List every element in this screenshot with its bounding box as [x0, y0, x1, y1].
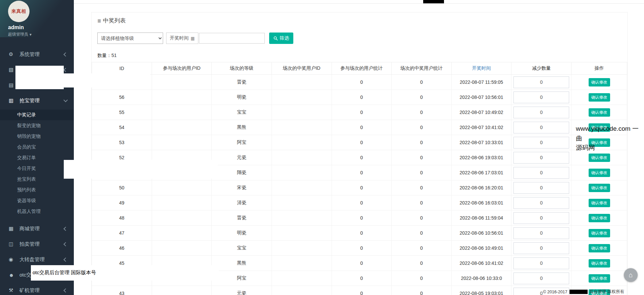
- header-draw-time-sort[interactable]: 开奖时间: [451, 62, 511, 75]
- watermark: www.yiqucode.com 一曲 源码网: [576, 124, 644, 153]
- confirm-modify-button[interactable]: 确认修改: [589, 169, 610, 177]
- user-role-dropdown[interactable]: 超级管理员 ▾: [8, 32, 74, 37]
- cell-draw-time: 2022-08-05 19:03:01: [451, 286, 511, 295]
- confirm-modify-button[interactable]: 确认修改: [589, 244, 610, 252]
- back-to-top-button[interactable]: ⌂: [624, 268, 638, 282]
- chevron-icon: [63, 288, 68, 293]
- sidebar-subitem[interactable]: 机器人管理: [0, 206, 74, 217]
- top-navbar-strip: [74, 0, 644, 4]
- decrease-input[interactable]: [513, 227, 569, 239]
- cell-win-stat: 0: [392, 150, 452, 165]
- cell-join-stat: 0: [332, 256, 392, 271]
- cell-draw-time: 2022-08-07 10:49:02: [451, 105, 511, 120]
- cell-join-stat: 0: [332, 241, 392, 256]
- sidebar-subitem-label: 会员的宝: [17, 144, 36, 150]
- cell-id: 46: [92, 241, 152, 256]
- panel-title: ≣ 中奖列表: [92, 12, 627, 24]
- cell-id: 48: [92, 211, 152, 226]
- decrease-input[interactable]: [513, 257, 569, 269]
- cell-draw-time: 2022-08-06 19:03:01: [451, 150, 511, 165]
- draw-time-input[interactable]: [199, 33, 265, 44]
- sidebar-item-label: 矿机管理: [19, 287, 40, 294]
- cell-join-stat: 0: [332, 90, 392, 105]
- decrease-input[interactable]: [513, 242, 569, 254]
- sidebar-item[interactable]: ▦ 商城管理: [0, 221, 74, 236]
- cell-grade: 宝宝: [212, 241, 272, 256]
- confirm-modify-button[interactable]: 确认修改: [589, 274, 610, 283]
- cell-join-user-id: [152, 135, 212, 150]
- table-row: 46 宝宝 0 0 2022-08-06 10:49:01 确认修改: [92, 241, 627, 256]
- cell-join-stat: 0: [332, 75, 392, 90]
- cell-draw-time: 2022-08-06 10:41:02: [451, 256, 511, 271]
- sidebar-subitem[interactable]: 今日开奖: [0, 163, 74, 174]
- filter-button-label: 筛选: [280, 35, 289, 41]
- sidebar-subitem[interactable]: 交易订单: [0, 153, 74, 163]
- decrease-input[interactable]: [513, 167, 569, 179]
- table-row: 49 清瓷 0 0 2022-08-06 16:03:01 确认修改: [92, 195, 627, 211]
- sidebar-subitem[interactable]: 裂变的宠物: [0, 120, 74, 131]
- cell-grade: 晋瓷: [212, 75, 272, 90]
- sidebar-item[interactable]: ◫ 拍卖管理: [0, 236, 74, 252]
- sidebar-item-label: 拍卖管理: [19, 241, 40, 247]
- cell-win-stat: 0: [392, 75, 452, 90]
- cell-win-user-id: [271, 180, 332, 195]
- cell-win-stat: 0: [392, 165, 452, 180]
- cell-grade: 宋瓷: [212, 180, 272, 195]
- draw-time-addon: 开奖时间 ▦: [166, 33, 198, 44]
- panel-title-text: 中奖列表: [103, 17, 126, 24]
- decrease-input[interactable]: [513, 197, 569, 209]
- decrease-input[interactable]: [513, 152, 569, 164]
- sidebar-subitem[interactable]: 抢宝列表: [0, 174, 74, 185]
- cell-join-user-id: [152, 286, 212, 295]
- confirm-modify-button[interactable]: 确认修改: [589, 154, 610, 162]
- sidebar-subitem-label: 抢宝列表: [17, 176, 36, 182]
- cell-win-stat: 0: [392, 271, 452, 286]
- grade-select[interactable]: 请选择植物等级: [97, 33, 163, 44]
- cell-id: 54: [92, 120, 152, 135]
- sidebar-item[interactable]: ⚙ 系统管理: [0, 47, 74, 62]
- decrease-input[interactable]: [513, 212, 569, 224]
- decrease-input[interactable]: [513, 107, 569, 118]
- cell-join-stat: 0: [332, 120, 392, 135]
- decrease-input[interactable]: [513, 137, 569, 149]
- confirm-modify-button[interactable]: 确认修改: [589, 108, 610, 117]
- decrease-input[interactable]: [513, 182, 569, 194]
- confirm-modify-button[interactable]: 确认修改: [589, 93, 610, 102]
- sidebar-subitem[interactable]: 中奖记录: [0, 110, 74, 120]
- cell-join-stat: 0: [332, 135, 392, 150]
- confirm-modify-button[interactable]: 确认修改: [589, 214, 610, 222]
- filter-button[interactable]: 筛选: [269, 33, 293, 44]
- sidebar-subitem[interactable]: 瓷器等级: [0, 195, 74, 206]
- sidebar-subitem-label: 交易订单: [17, 155, 36, 161]
- cell-win-stat: 0: [392, 241, 452, 256]
- cell-win-stat: 0: [392, 256, 452, 271]
- sidebar-subitem-label: 裂变的宠物: [17, 123, 41, 129]
- sidebar-item[interactable]: ▥ 抢宝管理: [0, 93, 74, 108]
- decrease-input[interactable]: [513, 122, 569, 133]
- decrease-input[interactable]: [513, 273, 569, 284]
- confirm-modify-button[interactable]: 确认修改: [589, 184, 610, 192]
- table-row: 53 阿宝 0 0 2022-08-07 10:33:01 确认修改: [92, 135, 627, 150]
- decrease-input[interactable]: [513, 92, 569, 103]
- cell-win-stat: 0: [392, 211, 452, 226]
- cell-win-stat: 0: [392, 120, 452, 135]
- username: admin: [8, 24, 74, 31]
- cell-join-user-id: [152, 180, 212, 195]
- sidebar-submenu: 中奖记录 裂变的宠物 销毁的宠物 会员的宝 交易订单: [0, 108, 74, 217]
- sidebar-subitem[interactable]: 会员的宝: [0, 142, 74, 153]
- sidebar-subitem[interactable]: 预约列表: [0, 185, 74, 195]
- chevron-icon: [63, 242, 68, 246]
- sidebar-subitem[interactable]: 销毁的宠物: [0, 131, 74, 142]
- sidebar-item[interactable]: ⚒ 矿机管理: [0, 283, 74, 295]
- confirm-modify-button[interactable]: 确认修改: [589, 78, 610, 86]
- confirm-modify-button[interactable]: 确认修改: [589, 229, 610, 237]
- cell-join-stat: 0: [332, 195, 392, 211]
- cell-join-user-id: [152, 226, 212, 241]
- confirm-modify-button[interactable]: 确认修改: [589, 199, 610, 207]
- user-role-label: 超级管理员: [8, 32, 28, 37]
- confirm-modify-button[interactable]: 确认修改: [589, 259, 610, 268]
- header-decrease: 减少数量: [511, 62, 572, 75]
- avatar[interactable]: 来真相: [8, 1, 30, 22]
- user-icon: ☻: [9, 272, 17, 278]
- decrease-input[interactable]: [513, 76, 569, 88]
